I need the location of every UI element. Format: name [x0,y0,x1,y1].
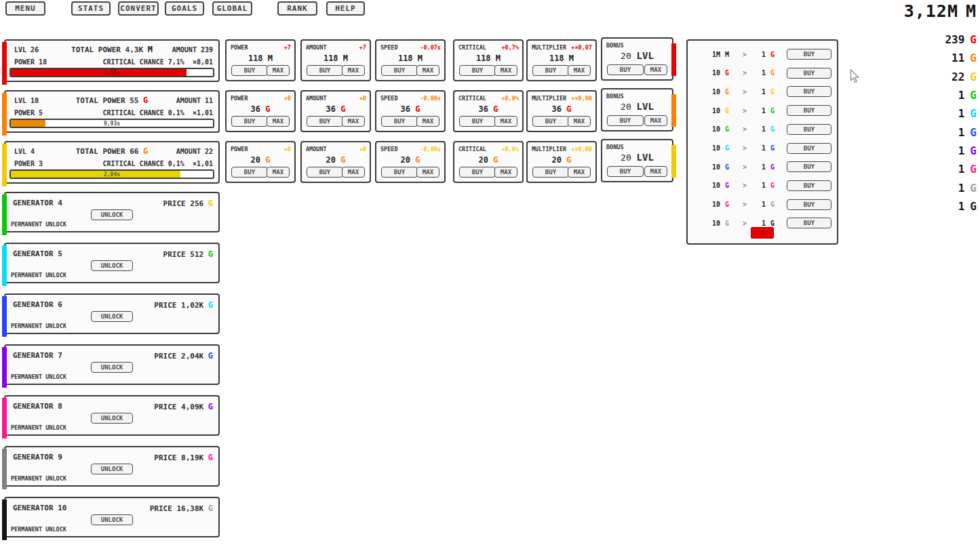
converter-row: 10 G > 1 G BUY [688,101,837,120]
buy-button[interactable]: BUY [459,65,496,76]
topbar-button-rank[interactable]: RANK [277,1,317,16]
unlock-button[interactable]: UNLOCK [91,413,133,424]
generator-panel-body: GENERATOR 5 PRICE 512 G UNLOCK PERMANENT… [4,243,220,283]
bonus-label: BONUS [606,144,624,150]
topbar-button-help[interactable]: HELP [326,1,365,16]
buy-button[interactable]: BUY [459,116,496,127]
topbar-button-stats[interactable]: STATS [71,1,111,16]
max-button[interactable]: MAX [494,167,517,178]
generator-panel-body: LVL 4 TOTAL POWER 66 G AMOUNT 22 POWER 3… [4,141,220,184]
convert-to-unit: G [770,163,780,171]
wallet-tier-amount: 1 [958,144,965,157]
upgrade-panel-power: POWER +7 118 M BUY MAX [225,39,296,81]
generator-panel-locked: GENERATOR 5 PRICE 512 G UNLOCK PERMANENT… [4,243,220,283]
upgrade-label: POWER [231,95,248,102]
buy-button[interactable]: BUY [532,116,569,127]
upgrade-cost: 118 M [302,54,370,63]
convert-buy-button[interactable]: BUY [787,86,831,97]
generator-panel-locked: GENERATOR 9 PRICE 8,19K G UNLOCK PERMANE… [4,446,220,487]
max-button[interactable]: MAX [342,116,365,127]
buy-button[interactable]: BUY [607,115,644,126]
max-button[interactable]: MAX [416,167,439,178]
convert-buy-button[interactable]: BUY [787,105,831,116]
generator-color-stripe [2,449,7,489]
max-button[interactable]: MAX [267,116,290,127]
max-button[interactable]: MAX [342,167,365,178]
buy-button[interactable]: BUY [607,64,644,75]
unlock-button[interactable]: UNLOCK [91,362,133,373]
convert-buy-button[interactable]: BUY [787,199,831,210]
convert-buy-button[interactable]: BUY [787,49,831,60]
upgrade-cost: 36 G [454,104,522,114]
convert-from-amount: 10 [693,182,720,189]
convert-to-amount: 1 [755,107,766,115]
max-button[interactable]: MAX [416,116,439,127]
max-button[interactable]: MAX [267,65,290,76]
buy-button[interactable]: BUY [459,167,496,178]
buy-button[interactable]: BUY [307,116,343,127]
unlock-button[interactable]: UNLOCK [91,311,133,322]
max-button[interactable]: MAX [267,167,290,178]
upgrade-panel-speed: SPEED -0,07s 118 M BUY MAX [375,39,446,81]
max-button[interactable]: MAX [494,65,517,76]
unlock-button[interactable]: UNLOCK [91,260,133,271]
topbar-button-global[interactable]: GLOBAL [212,1,252,16]
wallet-tier-row: 1 G [945,160,977,178]
max-button[interactable]: MAX [342,65,365,76]
buy-button[interactable]: BUY [607,166,644,177]
buy-button[interactable]: BUY [381,167,418,178]
buy-button[interactable]: BUY [231,116,268,127]
max-button[interactable]: MAX [416,65,439,76]
upgrade-panel-body: SPEED -0,00s 36 G BUY MAX [375,90,446,132]
wallet-tier-row: 1 G [945,178,977,197]
buy-button[interactable]: BUY [307,65,343,76]
generator-name: GENERATOR 5 [13,249,62,258]
generator-name: GENERATOR 7 [13,351,62,360]
convert-arrow-icon: > [734,220,755,227]
converter-row: 10 G > 1 G BUY [688,157,837,176]
max-button[interactable]: MAX [568,116,591,127]
convert-buy-button[interactable]: BUY [787,161,831,172]
bonus-label: BONUS [606,42,624,49]
buy-button[interactable]: BUY [231,167,268,178]
generator-panel-body: GENERATOR 9 PRICE 8,19K G UNLOCK PERMANE… [4,446,220,487]
generator-panel-body: GENERATOR 8 PRICE 4,09K G UNLOCK PERMANE… [4,395,220,436]
convert-buy-button[interactable]: BUY [787,124,831,135]
max-button[interactable]: MAX [568,65,591,76]
upgrade-delta: -0,00s [420,146,441,152]
convert-buy-button[interactable]: BUY [787,143,831,154]
convert-buy-button[interactable]: BUY [787,68,831,79]
upgrade-delta: -0,00s [420,95,441,102]
generator-color-stripe [2,195,7,235]
topbar-button-convert[interactable]: CONVERT [118,1,159,16]
generator-panel-body: LVL 26 TOTAL POWER 4,3K M AMOUNT 239 POW… [4,39,220,82]
wallet-tier-amount: 11 [952,52,964,64]
buy-button[interactable]: BUY [231,65,268,76]
max-button[interactable]: MAX [568,167,591,178]
max-button[interactable]: MAX [494,116,517,127]
generator-color-stripe [2,499,7,540]
max-button[interactable]: MAX [644,64,667,75]
topbar-button-menu[interactable]: MENU [5,1,45,16]
upgrade-delta: +×0,07 [571,44,592,51]
unlock-button[interactable]: UNLOCK [91,209,133,220]
convert-arrow-icon: > [734,125,755,133]
convert-buy-button[interactable]: BUY [787,218,831,228]
buy-button[interactable]: BUY [532,65,569,76]
buy-button[interactable]: BUY [381,65,418,76]
buy-button[interactable]: BUY [381,116,418,127]
unlock-button[interactable]: UNLOCK [91,464,133,474]
converter-row: 10 G > 1 G BUY [688,139,837,158]
unlock-button[interactable]: UNLOCK [91,514,133,525]
generator-critical-chance: CRITICAL CHANCE 0,1% ×1,01 [102,160,213,167]
convert-buy-button[interactable]: BUY [787,180,831,191]
topbar-button-goals[interactable]: GOALS [165,1,204,16]
convert-arrow-icon: > [734,107,755,115]
converter-close-button[interactable]: X [751,227,774,239]
max-button[interactable]: MAX [644,166,667,177]
upgrade-panel-body: POWER +0 20 G BUY MAX [225,141,296,183]
buy-button[interactable]: BUY [532,167,569,178]
max-button[interactable]: MAX [644,115,667,126]
buy-button[interactable]: BUY [307,167,343,178]
upgrade-cost: 36 G [227,104,294,114]
